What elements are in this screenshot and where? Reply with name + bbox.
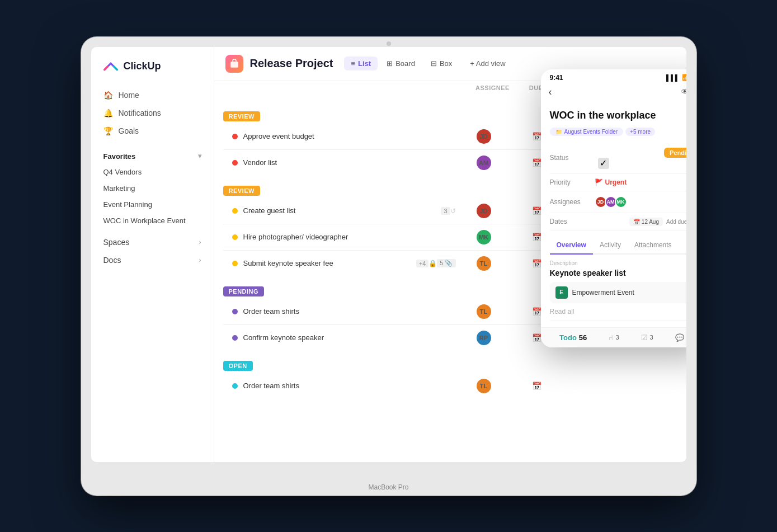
mobile-priority-urgent[interactable]: 🚩 Urgent — [595, 178, 686, 186]
svg-rect-0 — [230, 62, 238, 68]
docs-item[interactable]: Docs › — [98, 251, 207, 269]
clickup-logo-icon — [102, 58, 119, 75]
mobile-dates-label: Dates — [550, 218, 595, 225]
logo-text: ClickUp — [124, 60, 161, 72]
calendar-icon-7: 📅 — [532, 333, 541, 342]
mobile-tab-activity[interactable]: Activity — [593, 237, 628, 253]
back-button[interactable]: ‹ — [549, 86, 552, 98]
mobile-doc-name: Empowerment Event — [572, 289, 634, 296]
avatar-6: TL — [477, 304, 491, 319]
status-badge-pending[interactable]: PENDING — [223, 286, 265, 296]
assignee-cell-4: MK — [456, 230, 512, 244]
tab-list[interactable]: ≡ List — [344, 57, 378, 70]
keynote-fee-plus: +4 — [416, 260, 429, 267]
start-date-value: 12 Aug — [642, 219, 659, 225]
mobile-content: WOC in the workplace 📁 August Events Fol… — [541, 102, 686, 327]
spaces-section: Spaces › Docs › — [91, 233, 214, 269]
subtask-icon: ⑁ — [609, 333, 613, 342]
folder-tag-label: August Events Folder — [564, 129, 618, 135]
calendar-icon-5: 📅 — [532, 259, 541, 268]
sidebar-item-goals[interactable]: 🏆 Goals — [98, 122, 207, 140]
mobile-signal-area: ▌▌▌ 📶 🔋 — [666, 74, 686, 81]
task-name-keynote-fee: Submit keynote speaker fee — [243, 259, 416, 267]
task-dot-yellow-3 — [232, 261, 238, 266]
favorites-section: Favorites ▾ Q4 Vendors Marketing Event P… — [91, 149, 214, 229]
mobile-dates-value: 📅 12 Aug Add due date — [595, 218, 686, 226]
favorites-item-woc[interactable]: WOC in Workplace Event — [98, 213, 207, 229]
mobile-topbar: ‹ 👁 ··· — [541, 84, 686, 102]
mobile-priority-field: Priority 🚩 Urgent — [550, 174, 686, 191]
mobile-tabs: Overview Activity Attachments — [550, 237, 686, 255]
board-tab-icon: ⊞ — [387, 59, 393, 68]
mobile-folder-tags: 📁 August Events Folder +5 more — [550, 128, 686, 136]
eye-button[interactable]: 👁 — [681, 87, 686, 96]
spaces-item[interactable]: Spaces › — [98, 233, 207, 251]
group-header-open: OPEN — [223, 361, 677, 371]
mobile-priority-value: 🚩 Urgent — [595, 178, 686, 186]
checklist-count: 3 — [650, 334, 653, 341]
laptop-frame: ClickUp 🏠 Home 🔔 Notifications 🏆 Goals — [81, 37, 696, 496]
folder-icon: 📁 — [555, 129, 562, 135]
home-icon: 🏠 — [103, 91, 113, 100]
calendar-icon-6: 📅 — [532, 307, 541, 316]
task-name-guest-list: Create guest list — [243, 206, 441, 215]
tab-board[interactable]: ⊞ Board — [380, 57, 422, 70]
mobile-task-title: WOC in the workplace — [550, 109, 686, 122]
mobile-tab-attachments[interactable]: Attachments — [628, 237, 679, 253]
mobile-assignees-avatars: JD AM MK — [595, 196, 686, 208]
favorites-item-q4vendors[interactable]: Q4 Vendors — [98, 164, 207, 180]
mobile-status-pill[interactable]: Pending — [664, 148, 686, 158]
view-tabs: ≡ List ⊞ Board ⊟ Box + Add view — [344, 57, 512, 70]
list-tab-icon: ≡ — [351, 59, 355, 68]
bell-icon: 🔔 — [103, 109, 113, 117]
mobile-status-bar: 9:41 ▌▌▌ 📶 🔋 — [541, 69, 686, 84]
start-date-chip[interactable]: 📅 12 Aug — [629, 218, 663, 226]
mobile-avatar-3: MK — [615, 196, 627, 208]
calendar-icon-2: 📅 — [532, 158, 541, 167]
favorites-item-marketing[interactable]: Marketing — [98, 180, 207, 196]
favorites-header[interactable]: Favorites ▾ — [98, 149, 207, 164]
checklist-icon: ☑ — [641, 333, 648, 342]
avatar-2: AM — [477, 156, 491, 170]
assignee-cell-1: JD — [456, 129, 512, 144]
status-badge-review-2[interactable]: REVIEW — [223, 186, 260, 196]
tab-box-label: Box — [440, 59, 452, 68]
mobile-tab-overview[interactable]: Overview — [550, 237, 593, 255]
add-view-button[interactable]: + Add view — [463, 57, 512, 70]
sidebar-item-notifications[interactable]: 🔔 Notifications — [98, 104, 207, 122]
mobile-footer: Todo 56 ⑁ 3 ☑ 3 💬 4 — [541, 327, 686, 347]
tab-box[interactable]: ⊟ Box — [424, 57, 459, 70]
task-row-order-shirts-open[interactable]: Order team shirts TL 📅 — [223, 374, 677, 398]
guest-list-count: 3 — [441, 207, 450, 215]
favorites-item-eventplanning[interactable]: Event Planning — [98, 196, 207, 213]
duedate-cell-8: 📅 — [512, 382, 562, 390]
task-dot-purple-1 — [232, 309, 238, 314]
calendar-icon-3: 📅 — [532, 206, 541, 215]
mobile-dates-field: Dates 📅 12 Aug Add due date — [550, 213, 686, 231]
sidebar-nav: 🏠 Home 🔔 Notifications 🏆 Goals — [91, 86, 214, 140]
mobile-panel: 9:41 ▌▌▌ 📶 🔋 ‹ 👁 ··· — [541, 69, 686, 347]
status-badge-review-1[interactable]: REVIEW — [223, 111, 260, 121]
avatar-3: JD — [477, 204, 491, 218]
chevron-down-icon: ▾ — [198, 152, 201, 160]
mobile-subtask-item: ⑁ 3 — [609, 333, 619, 342]
laptop-model-label: MacBook Pro — [333, 483, 445, 496]
mobile-read-all[interactable]: Read all › — [550, 303, 686, 321]
status-badge-open[interactable]: OPEN — [223, 361, 253, 371]
mobile-dates-chips: 📅 12 Aug Add due date — [595, 218, 686, 226]
add-due-date-button[interactable]: Add due date — [666, 219, 686, 225]
sidebar-item-home-label: Home — [119, 91, 139, 100]
box-tab-icon: ⊟ — [431, 59, 437, 68]
mobile-description-label: Description — [550, 260, 686, 266]
calendar-icon-8: 📅 — [532, 382, 541, 390]
task-dot-yellow-2 — [232, 234, 238, 240]
checkmark-button[interactable]: ✓ — [598, 158, 609, 169]
docs-label: Docs — [103, 256, 121, 265]
chevron-right-icon: › — [199, 238, 201, 246]
mobile-todo-item: Todo 56 — [559, 333, 587, 342]
keynote-fee-clips: 5 📎 — [437, 259, 455, 267]
task-name-confirm-keynote: Confirm keynote speaker — [243, 333, 456, 342]
task-name-photographer: Hire photographer/ videographer — [243, 233, 456, 241]
sidebar-item-home[interactable]: 🏠 Home — [98, 86, 207, 104]
project-title: Release Project — [250, 57, 333, 70]
